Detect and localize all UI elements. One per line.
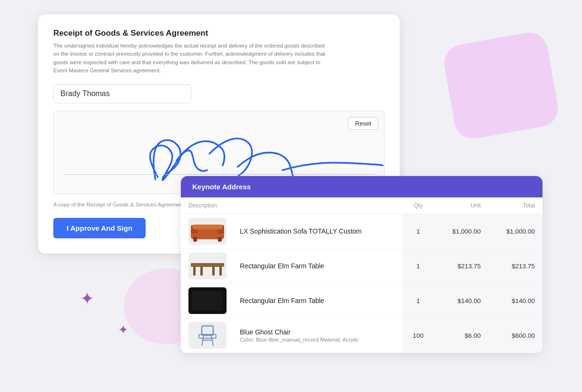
signer-name-input[interactable] bbox=[53, 84, 191, 103]
star2-decoration: ✦ bbox=[118, 323, 128, 337]
item-description: LX Sophistication Sofa TOTALLY Custom bbox=[230, 214, 402, 249]
agreement-title: Receipt of Goods & Services Agreement bbox=[53, 29, 385, 38]
item-total: $1,000.00 bbox=[488, 214, 543, 249]
bg-shape-pink bbox=[441, 29, 561, 141]
svg-rect-4 bbox=[218, 237, 222, 242]
svg-rect-9 bbox=[200, 267, 203, 275]
item-description: Rectangular Elm Farm Table bbox=[230, 249, 402, 284]
reset-button[interactable]: Reset bbox=[348, 117, 378, 130]
table-row: Rectangular Elm Farm Table 1 $140.00 $14… bbox=[181, 284, 543, 318]
item-image bbox=[188, 287, 227, 314]
item-image bbox=[188, 218, 227, 245]
star1-decoration: ✦ bbox=[80, 289, 94, 309]
svg-rect-8 bbox=[219, 267, 222, 275]
col-unit: Unit bbox=[434, 197, 488, 214]
item-unit: $140.00 bbox=[434, 284, 488, 318]
col-description: Description bbox=[181, 197, 402, 214]
svg-rect-6 bbox=[191, 263, 224, 267]
item-image bbox=[188, 322, 227, 349]
item-total: $600.00 bbox=[488, 318, 543, 353]
item-description: Rectangular Elm Farm Table bbox=[230, 284, 402, 318]
svg-rect-7 bbox=[193, 267, 196, 275]
item-qty: 1 bbox=[402, 249, 434, 284]
item-unit: $213.75 bbox=[434, 249, 488, 284]
item-image bbox=[188, 253, 227, 279]
table-row: LX Sophistication Sofa TOTALLY Custom 1 … bbox=[181, 214, 543, 249]
invoice-section-title: Keynote Address bbox=[181, 176, 543, 197]
table-row: Blue Ghost Chair Color: Blue fiber_manua… bbox=[181, 318, 543, 353]
invoice-table: Description Qty Unit Total LX Sophisti bbox=[181, 197, 543, 353]
col-total: Total bbox=[488, 197, 543, 214]
svg-rect-10 bbox=[212, 267, 215, 275]
item-qty: 100 bbox=[402, 318, 434, 353]
svg-rect-12 bbox=[192, 291, 223, 310]
agreement-body: The undersigned individual hereby acknow… bbox=[53, 42, 329, 75]
item-qty: 1 bbox=[402, 214, 434, 249]
item-total: $213.75 bbox=[488, 249, 543, 284]
svg-rect-5 bbox=[192, 225, 223, 229]
invoice-card: Keynote Address Description Qty Unit Tot… bbox=[181, 176, 543, 353]
approve-sign-button[interactable]: I Approve And Sign bbox=[53, 218, 146, 238]
item-total: $140.00 bbox=[488, 284, 543, 318]
signature-line bbox=[63, 174, 375, 175]
svg-rect-3 bbox=[193, 237, 197, 242]
item-unit: $6.00 bbox=[434, 318, 488, 353]
item-qty: 1 bbox=[402, 284, 434, 318]
item-unit: $1,000.00 bbox=[434, 214, 488, 249]
col-qty: Qty bbox=[402, 197, 434, 214]
item-description: Blue Ghost Chair Color: Blue fiber_manua… bbox=[230, 318, 402, 353]
table-row: Rectangular Elm Farm Table 1 $213.75 $21… bbox=[181, 249, 543, 284]
